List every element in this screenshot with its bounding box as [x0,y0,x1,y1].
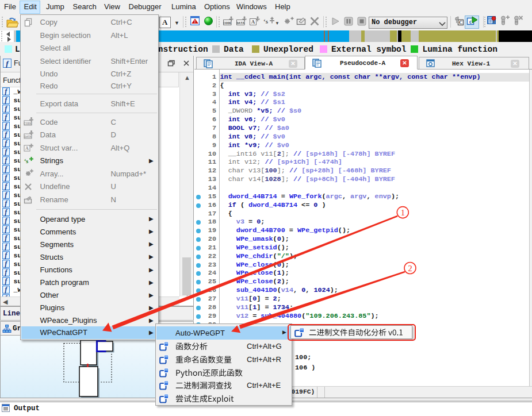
svg-text:A: A [25,146,29,151]
svg-text:‘s: ‘s [24,158,28,164]
svg-text:CODE: CODE [223,21,232,25]
svg-text:DATA: DATA [236,21,245,25]
svg-text:!: ! [194,20,196,24]
svg-text:c: c [469,19,472,25]
svg-text:C: C [459,20,462,25]
svg-text:‘s: ‘s [263,18,269,25]
svg-text:CODE: CODE [24,122,32,125]
svg-text:A: A [251,19,255,25]
svg-text:DATA: DATA [24,134,32,138]
